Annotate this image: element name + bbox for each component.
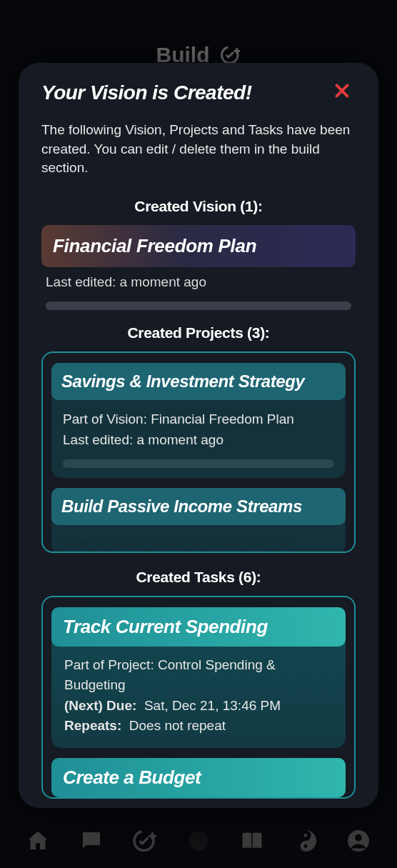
vision-section-label: Created Vision (1): [41,198,356,215]
project-title: Savings & Investment Strategy [51,363,346,400]
project-part-of: Part of Vision: Financial Freedom Plan [63,534,334,553]
task-card[interactable]: Track Current Spending Part of Project: … [51,607,346,748]
task-repeats-label: Repeats: [64,718,121,733]
check-add-icon[interactable] [131,827,159,855]
yinyang-icon[interactable] [291,827,320,855]
vision-last-edited: Last edited: a moment ago [41,267,356,294]
close-button[interactable] [328,79,356,106]
modal-intro-text: The following Vision, Projects and Tasks… [41,121,356,178]
svg-point-7 [356,834,363,842]
vision-progress [46,301,351,310]
modal-title: Your Vision is Created! [41,81,252,104]
svg-point-5 [303,844,307,848]
projects-list: Savings & Investment Strategy Part of Vi… [41,351,356,553]
project-card[interactable]: Build Passive Income Streams Part of Vis… [51,488,346,553]
project-last-edited: Last edited: a moment ago [63,429,334,450]
task-title: Create a Budget [51,758,346,797]
tasks-list: Track Current Spending Part of Project: … [41,596,356,799]
project-part-of: Part of Vision: Financial Freedom Plan [63,409,334,429]
vision-card[interactable]: Financial Freedom Plan Last edited: a mo… [41,225,356,310]
tasks-section-label: Created Tasks (6): [41,569,356,586]
task-part-of: Part of Project: Control Spending & Budg… [64,655,333,696]
bottom-nav [0,814,397,868]
task-title: Track Current Spending [51,607,346,647]
project-title: Build Passive Income Streams [51,488,346,525]
svg-point-4 [303,834,307,837]
task-repeats-value: Does not repeat [129,718,226,733]
book-icon[interactable] [238,827,266,855]
task-due-label: (Next) Due: [64,698,136,713]
center-icon[interactable] [184,827,213,855]
task-due-value: Sat, Dec 21, 13:46 PM [144,698,281,713]
projects-section-label: Created Projects (3): [41,324,356,341]
home-icon[interactable] [24,827,52,855]
profile-icon[interactable] [344,827,373,855]
project-progress [63,459,334,468]
svg-point-2 [189,832,208,851]
task-card[interactable]: Create a Budget [51,758,346,797]
project-card[interactable]: Savings & Investment Strategy Part of Vi… [51,363,346,478]
chat-icon[interactable] [77,827,106,855]
vision-title: Financial Freedom Plan [41,225,356,267]
vision-created-modal: Your Vision is Created! The following Vi… [19,63,378,808]
